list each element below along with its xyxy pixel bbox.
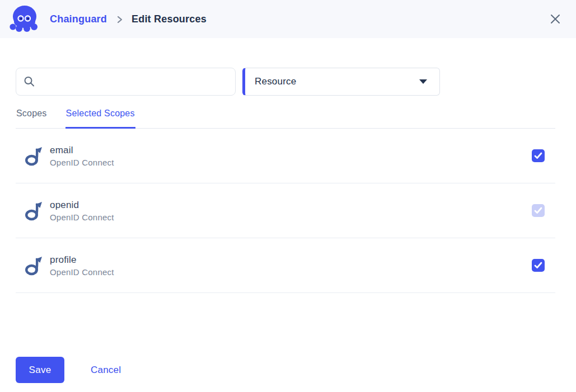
close-x-icon bbox=[549, 13, 561, 25]
scope-provider: OpenID Connect bbox=[50, 267, 114, 277]
save-button[interactable]: Save bbox=[16, 357, 64, 383]
scope-name: openid bbox=[50, 200, 114, 211]
breadcrumb-chevron-icon bbox=[116, 16, 124, 23]
scope-name: email bbox=[50, 145, 114, 156]
search-input[interactable] bbox=[41, 68, 228, 95]
checkmark-icon bbox=[534, 207, 542, 214]
scope-name: profile bbox=[50, 254, 114, 266]
scope-checkbox-profile[interactable] bbox=[532, 259, 545, 272]
scope-row-profile: profile OpenID Connect bbox=[16, 238, 555, 293]
close-button[interactable] bbox=[546, 10, 565, 29]
scope-text: profile OpenID Connect bbox=[50, 254, 114, 277]
openid-connect-icon bbox=[25, 145, 42, 167]
scope-provider: OpenID Connect bbox=[50, 158, 114, 167]
scope-row-openid: openid OpenID Connect bbox=[16, 183, 555, 238]
footer-actions: Save Cancel bbox=[16, 357, 555, 383]
resource-select-label: Resource bbox=[255, 76, 296, 87]
search-icon bbox=[23, 75, 35, 88]
scope-provider: OpenID Connect bbox=[50, 212, 114, 222]
select-caret-icon bbox=[419, 79, 427, 84]
brand-link[interactable]: Chainguard bbox=[50, 13, 107, 25]
main-content: Resource Scopes Selected Scopes email Op… bbox=[0, 68, 576, 383]
tab-bar: Scopes Selected Scopes bbox=[16, 104, 555, 129]
openid-connect-icon bbox=[25, 200, 42, 221]
filter-controls: Resource bbox=[16, 68, 555, 96]
scope-text: email OpenID Connect bbox=[50, 145, 114, 167]
tab-scopes[interactable]: Scopes bbox=[16, 104, 48, 129]
scope-row-email: email OpenID Connect bbox=[16, 129, 555, 183]
scope-list: email OpenID Connect openid OpenID Conne… bbox=[16, 129, 555, 293]
checkmark-icon bbox=[534, 152, 542, 159]
header-bar: Chainguard Edit Resources bbox=[0, 0, 576, 38]
chainguard-logo-icon bbox=[9, 4, 40, 34]
page-title: Edit Resources bbox=[132, 13, 207, 25]
openid-connect-icon bbox=[25, 255, 42, 276]
cancel-link[interactable]: Cancel bbox=[91, 365, 121, 376]
scope-text: openid OpenID Connect bbox=[50, 200, 114, 222]
search-box[interactable] bbox=[16, 68, 236, 96]
checkmark-icon bbox=[534, 262, 542, 269]
scope-checkbox-openid bbox=[532, 204, 545, 217]
resource-select[interactable]: Resource bbox=[242, 68, 440, 96]
scope-checkbox-email[interactable] bbox=[532, 149, 545, 162]
tab-selected-scopes[interactable]: Selected Scopes bbox=[65, 104, 135, 129]
